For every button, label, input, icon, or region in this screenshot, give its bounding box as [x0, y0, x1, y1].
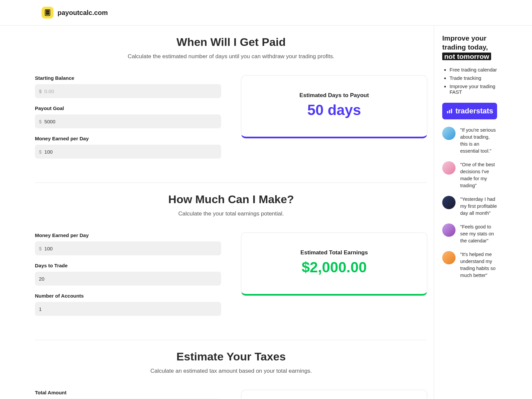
payout-result-card: Estimated Days to Payout 50 days [241, 75, 427, 138]
earned-per-day-input[interactable] [44, 149, 217, 155]
promo-title: Improve your trading today, not tomorrow [442, 34, 497, 61]
testimonial-text: "Feels good to see my stats on the calen… [460, 223, 497, 244]
total-amount-label: Total Amount [35, 390, 221, 395]
dollar-icon: $ [39, 149, 42, 155]
svg-rect-6 [47, 14, 48, 14]
svg-rect-5 [46, 14, 47, 14]
testimonial: "If you're serious about trading, this i… [442, 127, 497, 155]
svg-rect-10 [451, 109, 452, 113]
section-payout: When Will I Get Paid Calculate the estim… [35, 26, 427, 183]
earnings-result-value: $2,000.00 [248, 259, 420, 275]
taxes-subtitle: Calculate an estimated tax amount based … [35, 368, 427, 374]
payout-result-label: Estimated Days to Payout [248, 92, 420, 99]
testimonial: "It's helped me understand my trading ha… [442, 251, 497, 279]
svg-rect-9 [449, 110, 450, 113]
promo-bullet: Improve your trading FAST [450, 83, 497, 95]
taxes-title: Estimate Your Taxes [35, 350, 427, 363]
brand-name: payoutcalc.com [58, 9, 108, 17]
avatar [442, 127, 456, 140]
days-to-trade-label: Days to Trade [35, 263, 221, 268]
promo-title-prefix: Improve your trading today, [442, 34, 488, 51]
section-earnings: How Much Can I Make? Calculate the your … [35, 183, 427, 340]
avatar [442, 223, 456, 237]
earnings-earned-per-day-input[interactable] [44, 246, 217, 251]
taxes-result-card: Estimated Tax [241, 390, 427, 399]
dollar-icon: $ [39, 88, 42, 94]
main-content: When Will I Get Paid Calculate the estim… [35, 26, 434, 399]
testimonial: "Yesterday I had my first profitable day… [442, 196, 497, 217]
payout-subtitle: Calculate the estimated number of days u… [35, 53, 427, 60]
testimonial-text: "Yesterday I had my first profitable day… [460, 196, 497, 217]
earnings-title: How Much Can I Make? [35, 193, 427, 206]
payout-goal-label: Payout Goal [35, 105, 221, 111]
earnings-subtitle: Calculate the your total earnings potent… [35, 210, 427, 217]
testimonial-text: "It's helped me understand my trading ha… [460, 251, 497, 279]
num-accounts-input[interactable] [39, 306, 217, 312]
testimonial-text: "If you're serious about trading, this i… [460, 127, 497, 155]
cta-label: traderstats [456, 107, 493, 115]
svg-rect-1 [46, 11, 49, 12]
payout-result-value: 50 days [248, 102, 420, 118]
svg-rect-8 [447, 111, 448, 113]
svg-rect-4 [48, 13, 49, 13]
sidebar-promo: Improve your trading today, not tomorrow… [434, 26, 497, 399]
dollar-icon: $ [39, 246, 42, 251]
testimonial: "One of the best decisions I've made for… [442, 161, 497, 189]
days-to-trade-input[interactable] [39, 276, 217, 282]
promo-bullet: Trade tracking [450, 75, 497, 81]
starting-balance-label: Starting Balance [35, 75, 221, 81]
chart-icon [446, 108, 453, 114]
earnings-earned-per-day-label: Money Earned per Day [35, 232, 221, 238]
dollar-icon: $ [39, 119, 42, 124]
avatar [442, 196, 456, 209]
earned-per-day-label: Money Earned per Day [35, 136, 221, 141]
promo-title-highlight: not tomorrow [442, 53, 491, 60]
svg-rect-7 [48, 14, 49, 14]
testimonial: "Feels good to see my stats on the calen… [442, 223, 497, 244]
svg-rect-2 [46, 13, 47, 13]
svg-rect-3 [47, 13, 48, 13]
earnings-result-card: Estimated Total Earnings $2,000.00 [241, 232, 427, 296]
payout-goal-input[interactable] [44, 119, 217, 124]
num-accounts-label: Number of Accounts [35, 293, 221, 299]
promo-bullet: Free trading calendar [450, 67, 497, 72]
avatar [442, 161, 456, 175]
earnings-result-label: Estimated Total Earnings [248, 249, 420, 256]
header: payoutcalc.com [0, 0, 532, 26]
payout-title: When Will I Get Paid [35, 36, 427, 49]
traderstats-button[interactable]: traderstats [442, 103, 497, 119]
avatar [442, 251, 456, 264]
promo-bullets: Free trading calendar Trade tracking Imp… [442, 67, 497, 95]
starting-balance-input[interactable] [44, 88, 217, 94]
section-taxes: Estimate Your Taxes Calculate an estimat… [35, 340, 427, 399]
testimonial-text: "One of the best decisions I've made for… [460, 161, 497, 189]
logo-icon [42, 7, 54, 19]
